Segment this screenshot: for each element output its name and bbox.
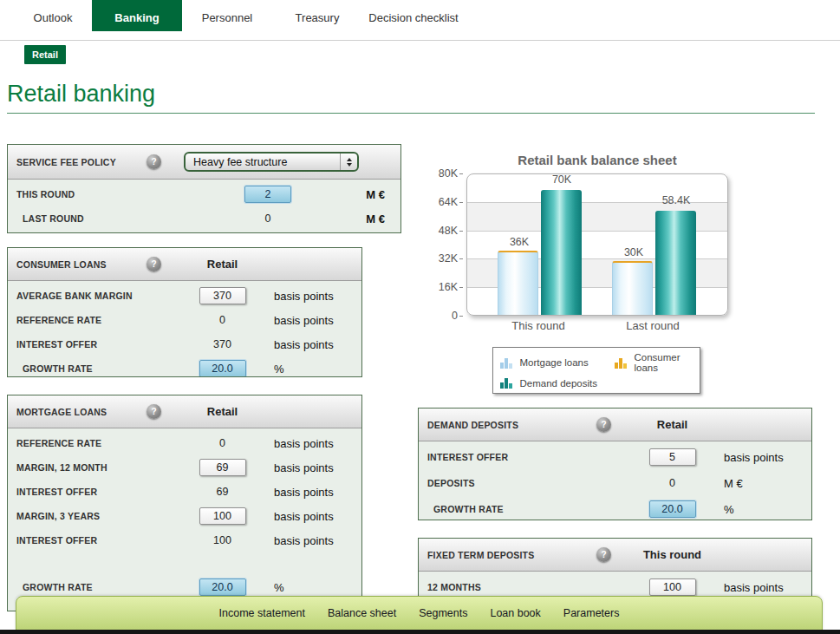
bar-deposits-last-round: 58.4K xyxy=(655,211,696,315)
interest-offer-value: 100 xyxy=(181,534,264,546)
consumer-growth-rate-input[interactable] xyxy=(199,360,246,377)
y-axis-tick: 64K xyxy=(425,196,463,208)
bar-deposits-this-round: 70K xyxy=(541,190,582,315)
help-icon[interactable]: ? xyxy=(596,547,611,562)
service-fee-dropdown[interactable]: Heavy fee structure xyxy=(184,152,359,172)
row-label: REFERENCE RATE xyxy=(8,315,181,325)
row-unit: % xyxy=(264,581,361,594)
tab-personnel[interactable]: Personnel xyxy=(182,0,272,31)
interest-offer-value: 69 xyxy=(181,486,264,498)
mortgage-growth-rate-input[interactable] xyxy=(199,578,246,596)
margin-12-month-input[interactable] xyxy=(199,459,246,476)
title-divider xyxy=(7,113,815,114)
panel-header: MORTGAGE LOANS ? Retail xyxy=(8,395,361,428)
chart-plot-area: 36K 70K 30K 58.4K xyxy=(466,173,728,316)
reference-rate-value: 0 xyxy=(181,437,264,449)
subtab-retail[interactable]: Retail xyxy=(24,45,66,64)
panel-title: FIXED TERM DEPOSITS xyxy=(419,550,596,560)
row-label: INTEREST OFFER xyxy=(8,535,181,546)
row-label: GROWTH RATE xyxy=(8,363,181,374)
page-title: Retail banking xyxy=(7,81,155,108)
link-segments[interactable]: Segments xyxy=(419,607,467,619)
main-tab-bar: Outlook Banking Personnel Treasury Decis… xyxy=(0,0,840,41)
row-label: GROWTH RATE xyxy=(8,582,181,592)
link-income-statement[interactable]: Income statement xyxy=(219,607,305,619)
table-row: REFERENCE RATE 0 basis points xyxy=(8,308,361,332)
legend-label: Demand deposits xyxy=(520,378,598,389)
this-round-fee-input[interactable] xyxy=(244,186,291,203)
row-unit: M € xyxy=(320,212,400,225)
row-label: LAST ROUND xyxy=(8,213,216,224)
y-axis-tick: 0 xyxy=(425,310,463,322)
twelve-months-input[interactable] xyxy=(649,578,696,596)
row-unit: basis points xyxy=(264,314,361,327)
interest-offer-value: 370 xyxy=(181,338,264,350)
table-row: THIS ROUND M € xyxy=(8,182,400,206)
x-axis-category: Last round xyxy=(609,319,696,332)
row-label: 12 MONTHS xyxy=(419,582,631,592)
column-header: Retail xyxy=(181,258,264,271)
panel-title: SERVICE FEE POLICY xyxy=(16,157,147,167)
panel-title: CONSUMER LOANS xyxy=(8,259,147,270)
mortgage-bars-icon xyxy=(500,357,512,369)
row-label: MARGIN, 12 MONTH xyxy=(8,462,181,473)
row-label: INTEREST OFFER xyxy=(8,487,181,497)
y-axis-tick: 48K xyxy=(425,225,463,237)
column-header: Retail xyxy=(631,418,713,431)
y-axis-tick: 16K xyxy=(425,281,463,293)
tab-outlook[interactable]: Outlook xyxy=(14,0,92,31)
help-icon[interactable]: ? xyxy=(147,257,161,271)
deposits-value: 0 xyxy=(631,477,713,489)
row-unit: basis points xyxy=(264,338,361,351)
table-row: MARGIN, 12 MONTH basis points xyxy=(8,455,361,480)
demand-bars-icon xyxy=(500,377,512,389)
deposit-growth-rate-input[interactable] xyxy=(649,500,696,518)
bar-mortgage-last-round: 30K xyxy=(612,261,653,315)
row-unit: basis points xyxy=(264,534,361,547)
row-label: INTEREST OFFER xyxy=(8,339,181,350)
help-icon[interactable]: ? xyxy=(147,154,161,169)
tab-decision-checklist[interactable]: Decision checklist xyxy=(362,0,465,31)
bar-value-label: 36K xyxy=(490,236,549,248)
tab-banking[interactable]: Banking xyxy=(92,0,182,31)
bar-value-label: 70K xyxy=(532,173,591,186)
column-header: This round xyxy=(631,548,713,561)
service-fee-policy-panel: SERVICE FEE POLICY ? Heavy fee structure… xyxy=(7,144,401,233)
row-unit: % xyxy=(713,503,811,516)
retail-banking-page: Outlook Banking Personnel Treasury Decis… xyxy=(0,0,840,634)
deposit-interest-offer-input[interactable] xyxy=(649,448,696,466)
y-axis-tick: 32K xyxy=(425,252,463,265)
table-row: INTEREST OFFER 370 basis points xyxy=(8,332,361,356)
bar-mortgage-this-round: 36K xyxy=(498,251,538,315)
tab-treasury[interactable]: Treasury xyxy=(272,0,362,31)
bar-value-label: 30K xyxy=(604,246,663,258)
table-row: LAST ROUND 0 M € xyxy=(8,206,400,231)
row-unit: basis points xyxy=(713,581,811,594)
panel-header: DEMAND DEPOSITS ? Retail xyxy=(419,409,811,441)
consumer-loans-panel: CONSUMER LOANS ? Retail AVERAGE BANK MAR… xyxy=(7,247,362,377)
legend-item-consumer: Consumer loans xyxy=(615,352,693,373)
table-row: INTEREST OFFER 69 basis points xyxy=(8,480,361,504)
help-icon[interactable]: ? xyxy=(596,417,611,432)
row-unit: basis points xyxy=(264,486,361,499)
link-parameters[interactable]: Parameters xyxy=(563,607,620,619)
reference-rate-value: 0 xyxy=(181,314,264,326)
row-label: AVERAGE BANK MARGIN xyxy=(8,291,181,301)
help-icon[interactable]: ? xyxy=(147,404,161,419)
row-unit: basis points xyxy=(264,290,361,303)
panel-header: CONSUMER LOANS ? Retail xyxy=(8,248,361,281)
legend-label: Mortgage loans xyxy=(520,357,589,368)
row-unit: basis points xyxy=(264,437,361,450)
average-bank-margin-input[interactable] xyxy=(199,287,246,304)
table-row: INTEREST OFFER basis points xyxy=(419,444,811,470)
table-row: INTEREST OFFER 100 basis points xyxy=(8,528,361,552)
table-row: AVERAGE BANK MARGIN basis points xyxy=(8,284,361,308)
link-balance-sheet[interactable]: Balance sheet xyxy=(328,607,396,619)
link-loan-book[interactable]: Loan book xyxy=(490,607,540,619)
margin-3-years-input[interactable] xyxy=(199,507,246,525)
row-unit: M € xyxy=(320,188,400,201)
row-label: THIS ROUND xyxy=(8,189,216,199)
panel-title: DEMAND DEPOSITS xyxy=(419,420,596,430)
row-label: MARGIN, 3 YEARS xyxy=(8,511,181,521)
bar-value-label: 58.4K xyxy=(647,194,706,206)
